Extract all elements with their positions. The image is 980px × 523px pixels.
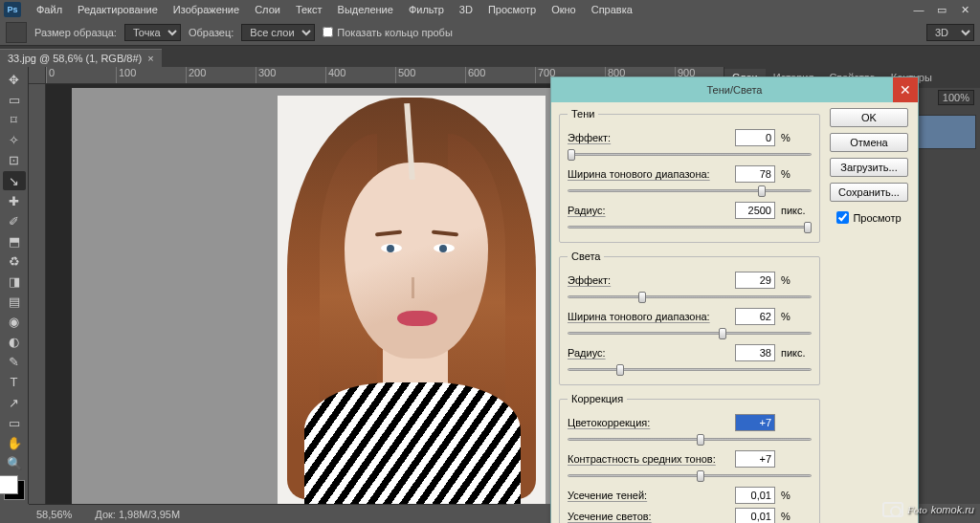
midtone-contrast-slider[interactable] <box>568 469 812 483</box>
document-tab[interactable]: 33.jpg @ 58,6% (1, RGB/8#) × <box>0 49 162 67</box>
heal-tool[interactable]: ✚ <box>3 192 26 210</box>
midtone-contrast-input[interactable] <box>735 450 775 468</box>
wand-tool[interactable]: ✧ <box>3 131 26 149</box>
show-ring-checkbox[interactable]: Показать кольцо пробы <box>323 27 453 38</box>
pen-tool[interactable]: ✎ <box>3 353 26 371</box>
highlights-group: Света Эффект:% Ширина тонового диапазона… <box>559 251 820 385</box>
tools-panel: ✥ ▭ ⌑ ✧ ⊡ ↘ ✚ ✐ ⬒ ♻ ◨ ▤ ◉ ◐ ✎ T ↗ ▭ ✋ 🔍 <box>0 67 29 504</box>
dodge-tool[interactable]: ◐ <box>3 333 26 351</box>
close-button[interactable]: ✕ <box>953 4 976 16</box>
options-bar: Размер образца: Точка Образец: Все слои … <box>0 19 980 46</box>
highlights-amount-label: Эффект: <box>568 274 729 286</box>
shadows-amount-input[interactable] <box>735 129 775 146</box>
shadows-radius-label: Радиус: <box>568 205 729 216</box>
menu-select[interactable]: Выделение <box>330 2 401 17</box>
menu-filter[interactable]: Фильтр <box>401 2 452 17</box>
highlights-radius-label: Радиус: <box>568 347 729 359</box>
sample-label: Образец: <box>189 27 234 38</box>
shadows-group: Тени Эффект:% Ширина тонового диапазона:… <box>559 108 820 243</box>
move-tool[interactable]: ✥ <box>3 71 26 89</box>
highlights-amount-input[interactable] <box>735 272 775 289</box>
dialog-close-button[interactable]: ✕ <box>893 77 918 102</box>
eyedropper-preset-icon[interactable] <box>6 22 27 43</box>
ruler-vertical <box>29 84 46 504</box>
maximize-button[interactable]: ▭ <box>930 4 953 16</box>
show-ring-input[interactable] <box>323 27 333 37</box>
menu-3d[interactable]: 3D <box>452 2 480 17</box>
shadows-legend: Тени <box>568 108 598 120</box>
sample-size-label: Размер образца: <box>34 27 117 38</box>
menu-view[interactable]: Просмотр <box>480 2 544 17</box>
document-canvas[interactable] <box>278 96 546 504</box>
ok-button[interactable]: OK <box>830 108 908 127</box>
menu-image[interactable]: Изображение <box>166 2 247 17</box>
dialog-title-bar[interactable]: Тени/Света ✕ <box>551 77 918 102</box>
shadows-highlights-dialog: Тени/Света ✕ Тени Эффект:% Ширина тоново… <box>550 76 919 523</box>
cancel-button[interactable]: Отмена <box>830 133 908 152</box>
menu-layer[interactable]: Слои <box>247 2 288 17</box>
menu-help[interactable]: Справка <box>584 2 640 17</box>
shadows-radius-slider[interactable] <box>568 221 812 234</box>
highlights-amount-slider[interactable] <box>568 291 812 304</box>
blur-tool[interactable]: ◉ <box>3 313 26 331</box>
highlights-tonal-input[interactable] <box>735 308 775 325</box>
color-swatch[interactable] <box>4 480 25 500</box>
document-tabs: 33.jpg @ 58,6% (1, RGB/8#) × <box>0 46 980 67</box>
menu-edit[interactable]: Редактирование <box>70 2 166 17</box>
shadows-tonal-slider[interactable] <box>568 185 812 198</box>
highlights-radius-input[interactable] <box>735 344 775 361</box>
document-tab-title: 33.jpg @ 58,6% (1, RGB/8#) <box>8 53 142 64</box>
adjustments-legend: Коррекция <box>568 393 627 404</box>
history-brush-tool[interactable]: ♻ <box>3 252 26 271</box>
load-button[interactable]: Загрузить... <box>830 158 908 177</box>
brush-tool[interactable]: ✐ <box>3 212 26 230</box>
save-button[interactable]: Сохранить... <box>830 183 908 202</box>
crop-tool[interactable]: ⊡ <box>3 151 26 169</box>
menu-window[interactable]: Окно <box>544 2 584 17</box>
path-tool[interactable]: ↗ <box>3 394 26 412</box>
color-correction-input[interactable] <box>735 414 775 431</box>
zoom-tool[interactable]: 🔍 <box>3 454 26 472</box>
highlights-tonal-label: Ширина тонового диапазона: <box>568 311 729 322</box>
watermark: Foto komok.ru <box>882 502 974 517</box>
eraser-tool[interactable]: ◨ <box>3 272 26 291</box>
gradient-tool[interactable]: ▤ <box>3 293 26 311</box>
color-correction-slider[interactable] <box>568 433 812 447</box>
sample-size-select[interactable]: Точка <box>124 24 181 41</box>
workspace-select[interactable]: 3D <box>926 24 974 41</box>
clip-shadows-label: Усечение теней: <box>568 490 729 501</box>
preview-checkbox[interactable]: Просмотр <box>836 211 901 224</box>
highlights-tonal-slider[interactable] <box>568 327 812 340</box>
stamp-tool[interactable]: ⬒ <box>3 232 26 251</box>
shadows-tonal-input[interactable] <box>735 165 775 183</box>
menu-type[interactable]: Текст <box>288 2 330 17</box>
document-tab-close[interactable]: × <box>147 53 153 64</box>
highlights-legend: Света <box>568 251 604 262</box>
show-ring-label: Показать кольцо пробы <box>337 27 453 38</box>
shadows-radius-input[interactable] <box>735 202 775 219</box>
opacity-value[interactable]: 100% <box>938 90 974 105</box>
shadows-amount-slider[interactable] <box>568 148 812 162</box>
marquee-tool[interactable]: ▭ <box>3 91 26 109</box>
dialog-title: Тени/Света <box>707 84 763 96</box>
menu-file[interactable]: Файл <box>29 2 70 17</box>
type-tool[interactable]: T <box>3 373 26 391</box>
doc-size: 1,98M/3,95M <box>119 509 180 520</box>
sample-select[interactable]: Все слои <box>241 24 315 41</box>
preview-label: Просмотр <box>853 212 901 224</box>
clip-shadows-input[interactable] <box>735 487 775 504</box>
highlights-radius-slider[interactable] <box>568 363 812 377</box>
clip-highlights-label: Усечение светов: <box>568 511 729 522</box>
ruler-corner <box>29 67 46 84</box>
preview-input[interactable] <box>836 211 849 224</box>
lasso-tool[interactable]: ⌑ <box>3 111 26 129</box>
shape-tool[interactable]: ▭ <box>3 414 26 432</box>
color-correction-label: Цветокоррекция: <box>568 417 729 428</box>
eyedropper-tool[interactable]: ↘ <box>3 171 26 189</box>
clip-highlights-input[interactable] <box>735 508 775 523</box>
minimize-button[interactable]: — <box>907 4 930 15</box>
hand-tool[interactable]: ✋ <box>3 434 26 452</box>
portrait-image <box>278 96 546 504</box>
midtone-contrast-label: Контрастность средних тонов: <box>568 453 729 465</box>
zoom-level[interactable]: 58,56% <box>36 509 72 520</box>
